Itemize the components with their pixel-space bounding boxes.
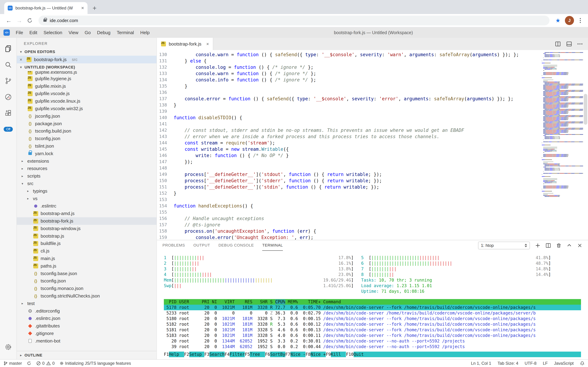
settings-gear-icon[interactable] — [0, 339, 17, 355]
telemetry-off-badge[interactable]: Off — [4, 127, 13, 132]
menu-selection[interactable]: Selection — [41, 27, 66, 38]
back-button[interactable]: ← — [3, 15, 14, 26]
menu-terminal[interactable]: Terminal — [114, 27, 137, 38]
new-tab-button[interactable]: + — [90, 3, 99, 13]
tree-item-gulpfile.mixin.js[interactable]: JSgulpfile.mixin.js — [17, 83, 157, 90]
tree-item-.eslintrc[interactable]: .eslintrc — [17, 202, 157, 210]
panel-tab-problems[interactable]: PROBLEMS — [162, 240, 185, 251]
tree-item-main.js[interactable]: JSmain.js — [17, 255, 157, 262]
editor-scrollbar[interactable] — [583, 50, 588, 240]
search-icon[interactable] — [0, 57, 17, 73]
debug-icon[interactable] — [0, 89, 17, 105]
sync-indicator[interactable] — [27, 361, 31, 366]
reload-button[interactable] — [25, 15, 35, 26]
tree-item-paths.js[interactable]: JSpaths.js — [17, 262, 157, 270]
avatar[interactable]: J — [565, 16, 574, 25]
tree-item-vs[interactable]: ▸vs — [17, 195, 157, 202]
panel-tab-output[interactable]: OUTPUT — [193, 240, 210, 251]
menu-go[interactable]: Go — [82, 27, 94, 38]
workspace-section[interactable]: ▾ UNTITLED (WORKSPACE) — [17, 63, 157, 71]
problems-indicator[interactable]: 0 0 — [36, 361, 55, 366]
tree-item-cli.js[interactable]: JScli.js — [17, 247, 157, 255]
split-terminal-icon[interactable] — [546, 243, 551, 248]
editor-tab[interactable]: JS bootstrap-fork.js × — [157, 38, 213, 50]
tree-item-tsconfig.json[interactable]: {}tsconfig.json — [17, 277, 157, 285]
tree-item-.gitattributes[interactable]: .gitattributes — [17, 322, 157, 330]
tree-item-tsconfig.strictNullChecks.json[interactable]: {}tsconfig.strictNullChecks.json — [17, 292, 157, 300]
language-mode[interactable]: JavaScript — [554, 361, 574, 366]
terminal-output[interactable]: 1 [|||||||||||| 17.8%] 5 [||||||||||||||… — [157, 251, 588, 359]
tree-item-buildfile.js[interactable]: JSbuildfile.js — [17, 240, 157, 247]
tree-item-bootstrap-amd.js[interactable]: JSbootstrap-amd.js — [17, 210, 157, 217]
layout-icon[interactable] — [566, 41, 572, 47]
tree-item-extensions[interactable]: ▸extensions — [17, 158, 157, 165]
address-bar[interactable]: ide.coder.com — [39, 16, 549, 25]
new-terminal-icon[interactable] — [535, 243, 540, 248]
editor[interactable]: 130 console.warn = function () { safeSen… — [157, 50, 588, 240]
browser-tab-close-icon[interactable]: × — [81, 6, 84, 10]
tree-item-bootstrap-window.js[interactable]: JSbootstrap-window.js — [17, 225, 157, 232]
tab-size[interactable]: Tab Size: 4 — [497, 361, 518, 366]
cursor-position[interactable]: Ln 1, Col 1 — [471, 361, 491, 366]
tree-item-tsconfig.monaco.json[interactable]: {}tsconfig.monaco.json — [17, 285, 157, 292]
tree-item-gulpfile.vscode.js[interactable]: JSgulpfile.vscode.js — [17, 90, 157, 98]
menu-help[interactable]: Help — [137, 27, 153, 38]
panel-tab-terminal[interactable]: TERMINAL — [262, 240, 283, 251]
terminal-select[interactable]: 1: htop — [478, 242, 530, 249]
app-logo-icon[interactable]: </> — [3, 29, 10, 36]
kill-terminal-icon[interactable] — [556, 243, 561, 248]
maximize-panel-icon[interactable] — [567, 243, 572, 248]
notifications-bell-icon[interactable] — [580, 361, 585, 366]
tree-item-yarn.lock[interactable]: yarn.lock — [17, 150, 157, 158]
menu-file[interactable]: File — [13, 27, 26, 38]
tree-item-tslint.json[interactable]: {}tslint.json — [17, 142, 157, 150]
explorer-icon[interactable] — [0, 41, 17, 57]
tree-item-bootstrap.js[interactable]: JSbootstrap.js — [17, 232, 157, 240]
encoding[interactable]: UTF-8 — [525, 361, 537, 366]
tree-item-gulpfile.vscode.linux.js[interactable]: JSgulpfile.vscode.linux.js — [17, 97, 157, 105]
minimap-line — [542, 154, 583, 155]
tree-item-bootstrap-fork.js[interactable]: JSbootstrap-fork.js — [17, 217, 157, 225]
tree-item-tsconfig.build.json[interactable]: {}tsconfig.build.json — [17, 127, 157, 135]
tree-item-gulpfile.hygiene.js[interactable]: JSgulpfile.hygiene.js — [17, 75, 157, 83]
branch-indicator[interactable]: master — [3, 361, 22, 366]
menu-view[interactable]: View — [66, 27, 82, 38]
more-actions-icon[interactable] — [578, 43, 582, 44]
tree-item-typings[interactable]: ▸typings — [17, 187, 157, 195]
browser-menu-icon[interactable] — [576, 18, 585, 23]
panel-tab-debug-console[interactable]: DEBUG CONSOLE — [218, 240, 254, 251]
open-editor-item[interactable]: × JS bootstrap-fork.js src — [17, 56, 157, 63]
open-editors-section[interactable]: ▾ OPEN EDITORS — [17, 48, 157, 56]
tree-item-jsconfig.json[interactable]: {}jsconfig.json — [17, 112, 157, 120]
tree-item-tsconfig.base.json[interactable]: {}tsconfig.base.json — [17, 270, 157, 277]
tree-item-src[interactable]: ▾src — [17, 180, 157, 187]
htop-table-header[interactable]: PID USER PRI NI VIRT RES SHR S CPU% MEM%… — [164, 299, 581, 305]
tree-item-package.json[interactable]: {}package.json — [17, 120, 157, 127]
split-editor-icon[interactable] — [555, 41, 561, 47]
tree-item-.eslintrc.json[interactable]: .eslintrc.json — [17, 315, 157, 322]
forward-button[interactable]: → — [14, 15, 25, 26]
eol[interactable]: LF — [543, 361, 548, 366]
code-area[interactable]: 130 console.warn = function () { safeSen… — [157, 50, 542, 240]
close-panel-icon[interactable] — [577, 243, 582, 248]
menu-debug[interactable]: Debug — [94, 27, 114, 38]
minimap[interactable] — [542, 50, 583, 240]
tree-item-.mention-bot[interactable]: .mention-bot — [17, 337, 157, 345]
tree-item-scripts[interactable]: ▸scripts — [17, 172, 157, 180]
scrollbar-thumb[interactable] — [584, 94, 587, 125]
outline-section[interactable]: ▸ OUTLINE — [17, 351, 157, 359]
tree-item-tsconfig.json[interactable]: {}tsconfig.json — [17, 135, 157, 142]
tree-item-gulpfile.vscode.win32.js[interactable]: JSgulpfile.vscode.win32.js — [17, 105, 157, 112]
tree-item-test[interactable]: ▸test — [17, 300, 157, 307]
bookmark-star-icon[interactable]: ★ — [553, 17, 563, 24]
tree-item-resources[interactable]: ▸resources — [17, 165, 157, 173]
browser-tab[interactable]: </> bootstrap-fork.js — Untitled (W × — [4, 2, 88, 14]
close-icon[interactable]: × — [20, 57, 24, 62]
tree-item-.editorconfig[interactable]: .editorconfig — [17, 307, 157, 315]
editor-tab-close-icon[interactable]: × — [206, 41, 209, 47]
tree-item-.gitignore[interactable]: .gitignore — [17, 330, 157, 337]
tree-item-gulpfile.extensions.js[interactable]: JSgulpfile.extensions.js — [17, 71, 157, 75]
source-control-icon[interactable] — [0, 73, 17, 89]
extensions-icon[interactable] — [0, 105, 17, 121]
menu-edit[interactable]: Edit — [26, 27, 41, 38]
